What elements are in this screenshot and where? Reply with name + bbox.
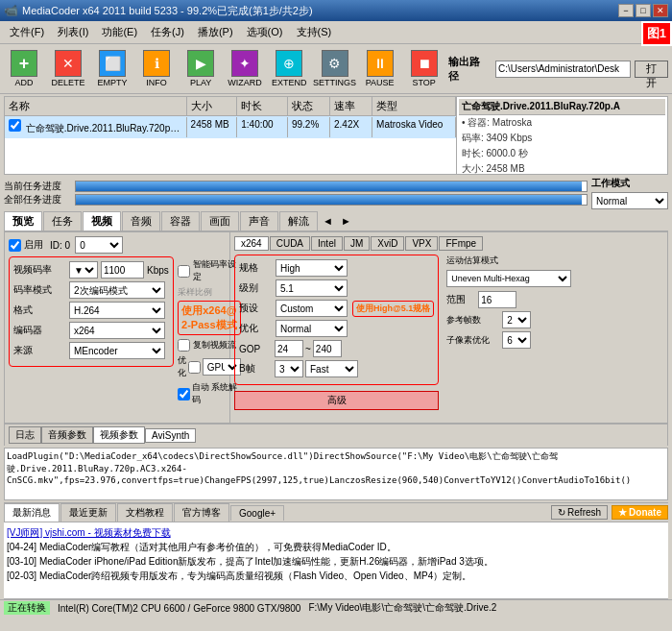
tab-picture[interactable]: 画面 <box>201 211 239 231</box>
profile-select[interactable]: High <box>276 259 348 277</box>
empty-button[interactable]: ⬜ EMPTY <box>92 47 132 90</box>
news-item-0[interactable]: [VJ师网] vjshi.com - 视频素材免费下载 <box>7 525 665 540</box>
delete-button[interactable]: ✕ DELETE <box>48 47 88 90</box>
enable-video-checkbox[interactable] <box>9 239 21 252</box>
tab-arrow-right[interactable]: ► <box>337 213 355 229</box>
status-converting: 正在转换 <box>4 601 50 615</box>
all-progress-bar <box>76 195 582 205</box>
pause-button[interactable]: ⏸ PAUSE <box>360 47 400 90</box>
news-tab-docs[interactable]: 文档教程 <box>117 503 173 522</box>
tab-vpx[interactable]: VPX <box>405 236 438 251</box>
extend-button[interactable]: ⊕ EXTEND <box>269 47 310 90</box>
motion-select[interactable]: Uneven Multi-Hexag <box>446 270 571 287</box>
copy-stream-checkbox[interactable] <box>178 339 190 352</box>
tab-demux[interactable]: 解流 <box>279 211 318 231</box>
refresh-button[interactable]: ↻ Refresh <box>551 505 608 520</box>
ref-select[interactable]: 2 <box>502 311 531 328</box>
tab-video-params[interactable]: 视频参数 <box>93 426 145 444</box>
tune-select[interactable]: Normal <box>276 320 348 337</box>
tab-preview[interactable]: 预览 <box>4 211 42 231</box>
tab-x264[interactable]: x264 <box>234 236 269 251</box>
optimize-checkbox[interactable] <box>188 361 201 374</box>
tab-video[interactable]: 视频 <box>83 211 121 231</box>
x264-panel: x264 CUDA Intel JM XviD VPX FFmpe 规格 Hig… <box>230 232 667 423</box>
enable-label: 启用 <box>24 238 43 252</box>
add-button[interactable]: + ADD <box>4 47 44 90</box>
advanced-button[interactable]: 高级 <box>234 391 439 410</box>
tab-jm[interactable]: JM <box>344 236 370 251</box>
output-path-input[interactable] <box>495 61 631 78</box>
news-tab-google[interactable]: Google+ <box>230 505 284 521</box>
col-status: 状态 <box>288 97 330 115</box>
tab-cuda[interactable]: CUDA <box>270 236 310 251</box>
id-select[interactable]: 0 <box>75 236 123 254</box>
tab-audio-params[interactable]: 音频参数 <box>41 426 93 444</box>
auto-decode-checkbox[interactable] <box>178 388 190 400</box>
tab-audio[interactable]: 音频 <box>122 211 160 231</box>
menu-file[interactable]: 文件(F) <box>4 23 50 41</box>
play-button[interactable]: ▶ PLAY <box>180 47 221 90</box>
table-row[interactable]: 亡命驾驶.Drive.2011.BluRay.720p.AC3... 2458 … <box>5 116 456 138</box>
tab-ffmpe[interactable]: FFmpe <box>439 236 483 251</box>
subpixel-select[interactable]: 6 <box>502 331 531 349</box>
file-checkbox[interactable] <box>9 119 21 132</box>
menu-task[interactable]: 任务(J) <box>145 23 190 41</box>
title-bar: 📹 MediaCoder x64 2011 build 5233 - 99.2%… <box>0 0 672 21</box>
props-bitrate: 码率: 3409 Kbps <box>459 131 665 146</box>
x264-content: 规格 High 级别 5.1 预设 Custom 使用High@5.1规格 <box>234 255 663 410</box>
settings-button[interactable]: ⚙ SETTINGS <box>314 47 356 90</box>
menu-list[interactable]: 列表(I) <box>52 23 94 41</box>
close-button[interactable]: ✕ <box>653 4 668 17</box>
level-select[interactable]: 5.1 <box>276 279 348 297</box>
menu-options[interactable]: 选项(O) <box>241 23 289 41</box>
menu-func[interactable]: 功能(E) <box>96 23 143 41</box>
output-path-label: 输出路径 <box>448 55 488 84</box>
rate-mode-select[interactable]: ▼ <box>69 261 98 279</box>
gop-from-input[interactable] <box>275 340 303 357</box>
window-title: MediaCoder x64 2011 build 5233 - 99.2%已完… <box>22 4 313 18</box>
bframe-label: B帧 <box>239 362 273 376</box>
smart-rate-checkbox[interactable] <box>178 265 190 278</box>
bframe-mode-select[interactable]: Fast <box>305 360 358 377</box>
stop-button[interactable]: ⏹ STOP <box>404 47 444 90</box>
menu-support[interactable]: 支持(S) <box>291 23 338 41</box>
tab-container[interactable]: 容器 <box>161 211 200 231</box>
all-progress-bar-container <box>75 194 588 206</box>
minimize-button[interactable]: − <box>618 4 634 17</box>
menu-play[interactable]: 播放(P) <box>192 23 239 41</box>
news-tab-updates[interactable]: 最近更新 <box>60 503 116 522</box>
tab-avisynth[interactable]: AviSynth <box>145 428 196 443</box>
open-folder-button[interactable]: 打开 <box>635 61 668 78</box>
refresh-icon: ↻ <box>558 507 565 518</box>
encoder-label: 编码器 <box>13 324 66 337</box>
tab-xvid[interactable]: XviD <box>371 236 404 251</box>
bitrate-mode-select[interactable]: 2次编码模式 <box>69 281 165 299</box>
bframe-select[interactable]: 3 <box>275 360 303 377</box>
news-tab-blog[interactable]: 官方博客 <box>174 503 229 522</box>
tab-arrow-left[interactable]: ◄ <box>319 213 337 229</box>
donate-button[interactable]: ★ Donate <box>612 505 668 520</box>
wizard-button[interactable]: ✦ WIZARD <box>225 47 265 90</box>
bframe-row: B帧 3 Fast <box>239 360 434 377</box>
tab-intel[interactable]: Intel <box>311 236 343 251</box>
maximize-button[interactable]: □ <box>636 4 651 17</box>
format-select[interactable]: H.264 <box>69 302 165 319</box>
preset-select[interactable]: Custom <box>276 300 348 317</box>
tab-log[interactable]: 日志 <box>9 426 41 444</box>
info-button[interactable]: ℹ INFO <box>136 47 177 90</box>
props-duration: 时长: 6000.0 秒 <box>459 146 665 161</box>
work-mode-select[interactable]: Normal <box>591 192 668 209</box>
x264-settings-outline: 规格 High 级别 5.1 预设 Custom 使用High@5.1规格 <box>234 255 439 385</box>
source-select[interactable]: MEncoder <box>69 342 165 359</box>
source-label: 来源 <box>13 344 66 357</box>
rate-input[interactable] <box>101 261 144 279</box>
range-input[interactable] <box>478 291 516 308</box>
tab-task[interactable]: 任务 <box>43 211 82 231</box>
motion-label: 运动估算模式 <box>446 255 499 267</box>
tab-sound[interactable]: 声音 <box>240 211 278 231</box>
gop-to-input[interactable] <box>313 340 342 357</box>
id-label: ID: 0 <box>50 240 70 251</box>
news-tab-latest[interactable]: 最新消息 <box>4 503 60 522</box>
star-icon: ★ <box>618 507 627 518</box>
encoder-select[interactable]: x264 <box>69 322 165 339</box>
